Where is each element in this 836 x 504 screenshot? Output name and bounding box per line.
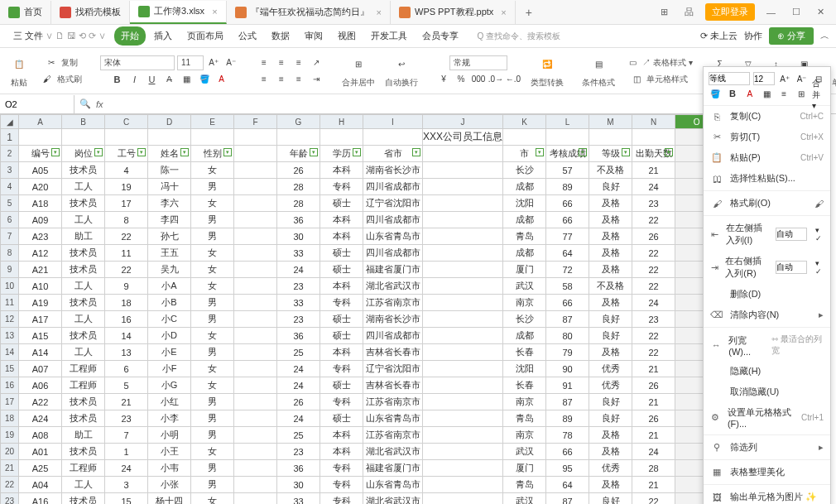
cell[interactable]: 长沙	[503, 162, 546, 179]
collab-button[interactable]: 协作	[744, 30, 762, 42]
cell[interactable]: 长春	[503, 344, 546, 361]
close-button[interactable]: ✕	[812, 5, 829, 19]
cell[interactable]	[423, 228, 503, 245]
menu-三 文件[interactable]: 三 文件 ∨ 🗋 🖫 ⟲ ⟳ ∨	[7, 26, 113, 46]
cell[interactable]: 硕士	[320, 410, 363, 427]
cell[interactable]: 男	[191, 394, 234, 410]
cell[interactable]	[19, 129, 62, 146]
cell[interactable]: 36	[277, 212, 320, 228]
cell[interactable]: A23	[19, 228, 62, 245]
row-header-21[interactable]: 21	[1, 460, 19, 477]
cell[interactable]: 湖北省武汉市	[363, 278, 423, 295]
col-header-K[interactable]: K	[503, 115, 546, 129]
row-header-1[interactable]: 1	[1, 129, 19, 146]
filter-icon[interactable]: ▾	[579, 148, 587, 156]
col-header-J[interactable]: J	[423, 115, 503, 129]
cell[interactable]: 工程师	[62, 377, 105, 394]
cell[interactable]	[62, 129, 105, 146]
border-button[interactable]: ▦	[180, 72, 195, 87]
cell[interactable]: 64	[546, 477, 589, 493]
cell[interactable]	[234, 179, 277, 195]
cell[interactable]: 21	[632, 394, 675, 410]
align-left[interactable]: ≡	[257, 72, 271, 87]
cell[interactable]: 南京	[503, 295, 546, 311]
mini-more[interactable]: 合并▾	[811, 87, 825, 100]
ctx-item-19[interactable]: ▦表格整理美化	[704, 462, 830, 482]
cell[interactable]	[423, 212, 503, 228]
cell[interactable]: 女	[191, 162, 234, 179]
cell[interactable]: 小C	[148, 311, 191, 328]
cell[interactable]: 厦门	[503, 262, 546, 278]
cell[interactable]: 武汉	[503, 278, 546, 295]
cell[interactable]: 6	[105, 361, 148, 377]
menu-chevron[interactable]: ︿	[820, 30, 829, 42]
cell[interactable]: 及格	[589, 262, 632, 278]
cell[interactable]: 专科	[320, 394, 363, 410]
cell[interactable]: 技术员	[62, 295, 105, 311]
cell[interactable]: A25	[19, 460, 62, 477]
cell[interactable]: 80	[546, 328, 589, 344]
cell[interactable]: 四川省成都市	[363, 179, 423, 195]
cell[interactable]: 工人	[62, 477, 105, 493]
cell[interactable]: 33	[277, 493, 320, 505]
cell[interactable]: A17	[19, 311, 62, 328]
cell[interactable]: 工人	[62, 278, 105, 295]
cell[interactable]: A06	[19, 377, 62, 394]
cell[interactable]: A18	[19, 195, 62, 212]
cell[interactable]: 技术员	[62, 410, 105, 427]
cell[interactable]: 4	[105, 162, 148, 179]
row-header-2[interactable]: 2	[1, 146, 19, 162]
dec-dec[interactable]: ←.0	[506, 72, 521, 87]
cell[interactable]: 男	[191, 410, 234, 427]
filter-icon[interactable]: ▾	[665, 148, 673, 156]
dec-inc[interactable]: .0→	[488, 72, 503, 87]
cell[interactable]: 女	[191, 493, 234, 505]
cell[interactable]: 78	[546, 427, 589, 444]
cell[interactable]: 58	[546, 278, 589, 295]
cell[interactable]: 山东省青岛市	[363, 477, 423, 493]
share-button[interactable]: ⊕ 分享	[769, 27, 814, 45]
cell[interactable]: 男	[191, 179, 234, 195]
cell[interactable]: 21	[632, 162, 675, 179]
ctx-item-1[interactable]: ✂剪切(T)Ctrl+X	[704, 127, 830, 147]
cell[interactable]	[234, 129, 277, 146]
tab-4[interactable]: WPS PPT教程.pptx×	[391, 1, 516, 24]
cell[interactable]: 技术员	[62, 444, 105, 460]
ctx-item-0[interactable]: ⎘复制(C)Ctrl+C	[704, 106, 830, 127]
cell[interactable]	[234, 460, 277, 477]
cell[interactable]: 男	[191, 344, 234, 361]
indent[interactable]: ⇥	[309, 72, 324, 87]
cell[interactable]: 小B	[148, 295, 191, 311]
cell[interactable]: 22	[632, 278, 675, 295]
font-color[interactable]: A	[214, 72, 229, 87]
cell[interactable]: 95	[546, 460, 589, 477]
cell[interactable]: 及格	[589, 245, 632, 262]
cell[interactable]: 23	[632, 311, 675, 328]
cell[interactable]: 优秀	[589, 361, 632, 377]
paste-button[interactable]: 📋	[8, 54, 30, 75]
cell[interactable]	[423, 179, 503, 195]
row-header-4[interactable]: 4	[1, 179, 19, 195]
cell-style-label[interactable]: ↗ 表格样式 ▾	[642, 57, 693, 69]
cell[interactable]: 小E	[148, 344, 191, 361]
cell[interactable]: 21	[632, 427, 675, 444]
ctx-item-7[interactable]: ⇤在左侧插入列(I)▾ ✓	[704, 218, 830, 251]
cell[interactable]	[423, 394, 503, 410]
menu-页面布局[interactable]: 页面布局	[180, 26, 230, 46]
cell[interactable]: 长春	[503, 377, 546, 394]
cell[interactable]: 19	[105, 179, 148, 195]
cell[interactable]	[234, 278, 277, 295]
cell[interactable]: 良好	[589, 311, 632, 328]
cell[interactable]: 孙七	[148, 228, 191, 245]
cell[interactable]: 男	[191, 460, 234, 477]
row-header-13[interactable]: 13	[1, 328, 19, 344]
cell[interactable]: 长沙	[503, 311, 546, 328]
cell[interactable]: A04	[19, 477, 62, 493]
table-header-省市[interactable]: 省市▾	[363, 146, 423, 162]
cell[interactable]	[234, 295, 277, 311]
fmt-label[interactable]: 格式刷	[57, 74, 82, 85]
col-header-F[interactable]: F	[234, 115, 277, 129]
fill-color[interactable]: 🪣	[197, 72, 212, 87]
cell[interactable]: 硕士	[320, 311, 363, 328]
cell[interactable]	[423, 344, 503, 361]
